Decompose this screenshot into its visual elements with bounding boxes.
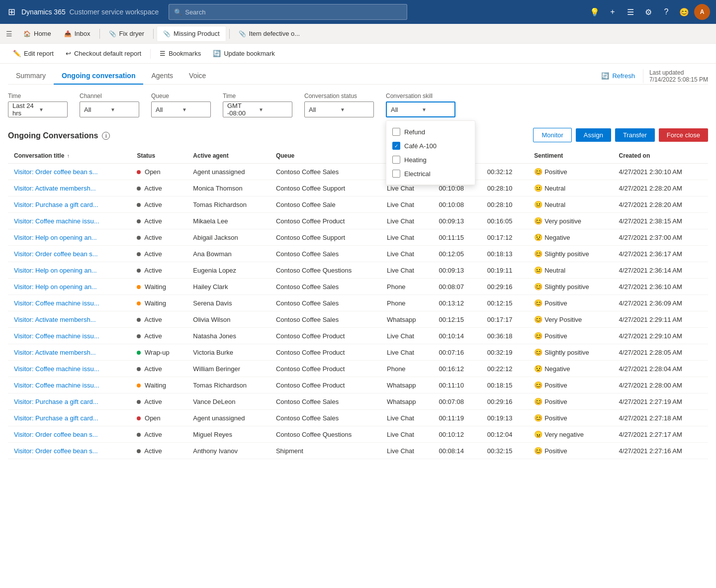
wait-time-cell: 00:10:08 [433, 196, 481, 213]
tab-summary[interactable]: Summary [8, 68, 54, 85]
conversation-link[interactable]: Visitor: Order coffee bean s... [14, 168, 98, 176]
status-dot [137, 367, 141, 371]
inner-tabs: Summary Ongoing conversation Agents Voic… [8, 64, 708, 85]
handle-time-cell: 00:32:19 [481, 344, 528, 361]
sentiment-label: Positive [544, 332, 567, 340]
tab-agents[interactable]: Agents [143, 68, 181, 85]
bookmarks-button[interactable]: ☰ Bookmarks [155, 47, 206, 61]
refresh-icon: 🔄 [601, 72, 609, 80]
conversation-link[interactable]: Visitor: Purchase a gift card... [14, 201, 98, 208]
status-label: Active [144, 365, 162, 373]
conversation-link[interactable]: Visitor: Help on opening an... [14, 267, 97, 274]
heating-checkbox[interactable] [392, 156, 400, 164]
plus-icon[interactable]: + [605, 4, 621, 20]
table-row: Visitor: Activate membersh... Wrap-up Vi… [8, 344, 708, 361]
conversation-link[interactable]: Visitor: Coffee machine issu... [14, 217, 99, 225]
sentiment-cell: 😊 Positive [534, 168, 607, 176]
conversation-link[interactable]: Visitor: Help on opening an... [14, 283, 97, 291]
tab-ongoing-conversation[interactable]: Ongoing conversation [54, 68, 144, 85]
col-sentiment[interactable]: Sentiment [528, 148, 613, 164]
sentiment-icon: 😊 [534, 397, 542, 405]
tab-inbox[interactable]: 📥 Inbox [58, 26, 96, 42]
monitor-button[interactable]: Monitor [533, 128, 571, 142]
refresh-button[interactable]: 🔄 Refresh [597, 70, 639, 82]
action-buttons: Monitor Assign Transfer Force close [533, 128, 708, 142]
tab-missing-product[interactable]: 📎 Missing Product [157, 26, 226, 42]
home-icon: 🏠 [23, 30, 31, 37]
update-bookmark-button[interactable]: 🔄 Update bookmark [208, 47, 280, 61]
queue-cell: Contoso Coffee Product [270, 377, 381, 393]
edit-report-button[interactable]: ✏️ Edit report [8, 47, 59, 61]
help-icon[interactable]: ? [658, 4, 674, 20]
channel-cell: Whatsapp [381, 377, 433, 393]
multiline-icon[interactable]: ☰ [623, 4, 638, 20]
checkout-report-button[interactable]: ↩ Checkout default report [61, 47, 146, 61]
tab-menu-icon[interactable]: ☰ [2, 28, 16, 40]
tab-home[interactable]: 🏠 Home [17, 26, 57, 42]
lightbulb-icon[interactable]: 💡 [587, 4, 603, 20]
conversation-link[interactable]: Visitor: Coffee machine issu... [14, 365, 99, 373]
transfer-button[interactable]: Transfer [615, 128, 655, 142]
force-close-button[interactable]: Force close [659, 128, 708, 142]
grid-icon[interactable]: ⊞ [6, 4, 17, 19]
conv-skill-filter[interactable]: All ▼ [386, 101, 455, 117]
feedback-icon[interactable]: 😊 [676, 4, 692, 20]
conversation-link[interactable]: Visitor: Purchase a gift card... [14, 398, 98, 405]
col-title[interactable]: Conversation title ↑ [8, 148, 131, 164]
conversation-link[interactable]: Visitor: Order coffee bean s... [14, 250, 98, 258]
status-label: Active [144, 267, 162, 274]
skill-option-cafe[interactable]: Café A-100 [386, 139, 475, 153]
col-status[interactable]: Status [131, 148, 187, 164]
handle-time-cell: 00:18:15 [481, 377, 528, 393]
col-queue[interactable]: Queue [270, 148, 381, 164]
sentiment-label: Positive [544, 299, 567, 307]
queue-cell: Contoso Coffee Sales [270, 410, 381, 426]
conversation-link[interactable]: Visitor: Coffee machine issu... [14, 382, 99, 389]
conversation-link[interactable]: Visitor: Order coffee bean s... [14, 431, 98, 438]
conversation-link[interactable]: Visitor: Activate membersh... [14, 316, 96, 323]
status-label: Waiting [145, 299, 166, 307]
col-created[interactable]: Created on [613, 148, 708, 164]
skill-option-electrical[interactable]: Electrical [386, 167, 475, 181]
info-icon[interactable]: i [102, 132, 110, 140]
pin-icon-2: 📎 [163, 30, 171, 37]
col-handle-time[interactable] [481, 148, 528, 164]
channel-filter[interactable]: All ▼ [80, 101, 139, 117]
time-filter[interactable]: Last 24 hrs ▼ [8, 101, 68, 117]
cafe-checkbox[interactable] [392, 142, 400, 150]
conversation-link[interactable]: Visitor: Order coffee bean s... [14, 447, 98, 455]
status-dot [137, 334, 141, 338]
search-bar[interactable]: 🔍 [169, 4, 407, 20]
conversation-link[interactable]: Visitor: Purchase a gift card... [14, 414, 98, 422]
queue-cell: Contoso Coffee Sales [270, 295, 381, 311]
created-on-cell: 4/27/2021 2:37:00 AM [613, 229, 708, 246]
conv-status-filter[interactable]: All ▼ [304, 101, 374, 117]
timezone-filter[interactable]: GMT -08:00 ▼ [223, 101, 292, 117]
conversation-link[interactable]: Visitor: Help on opening an... [14, 234, 97, 241]
conversation-link[interactable]: Visitor: Activate membersh... [14, 185, 96, 192]
conversation-link[interactable]: Visitor: Coffee machine issu... [14, 332, 99, 340]
tab-item-defective[interactable]: 📎 Item defective o... [233, 26, 306, 42]
filters: Time Last 24 hrs ▼ Channel All ▼ Queue A… [8, 85, 708, 123]
conversation-link[interactable]: Visitor: Coffee machine issu... [14, 299, 99, 307]
skill-option-refund[interactable]: Refund [386, 125, 475, 139]
tab-voice[interactable]: Voice [181, 68, 214, 85]
table-row: Visitor: Order coffee bean s... Active A… [8, 443, 708, 459]
skill-option-heating[interactable]: Heating [386, 153, 475, 167]
refund-checkbox[interactable] [392, 128, 400, 136]
col-agent[interactable]: Active agent [187, 148, 270, 164]
section-title: Ongoing Conversations i [8, 127, 110, 142]
electrical-checkbox[interactable] [392, 170, 400, 178]
settings-icon[interactable]: ⚙ [640, 4, 656, 20]
tab-fix-dryer[interactable]: 📎 Fix dryer [103, 26, 151, 42]
created-on-cell: 4/27/2021 2:30:10 AM [613, 164, 708, 180]
avatar[interactable]: A [694, 4, 710, 20]
queue-cell: Contoso Coffee Product [270, 344, 381, 361]
assign-button[interactable]: Assign [576, 128, 611, 142]
status-dot [137, 269, 141, 273]
queue-filter[interactable]: All ▼ [151, 101, 211, 117]
conversation-link[interactable]: Visitor: Activate membersh... [14, 349, 96, 356]
sentiment-cell: 😊 Positive [534, 447, 607, 455]
search-input[interactable] [185, 8, 402, 16]
channel-cell: Live Chat [381, 410, 433, 426]
